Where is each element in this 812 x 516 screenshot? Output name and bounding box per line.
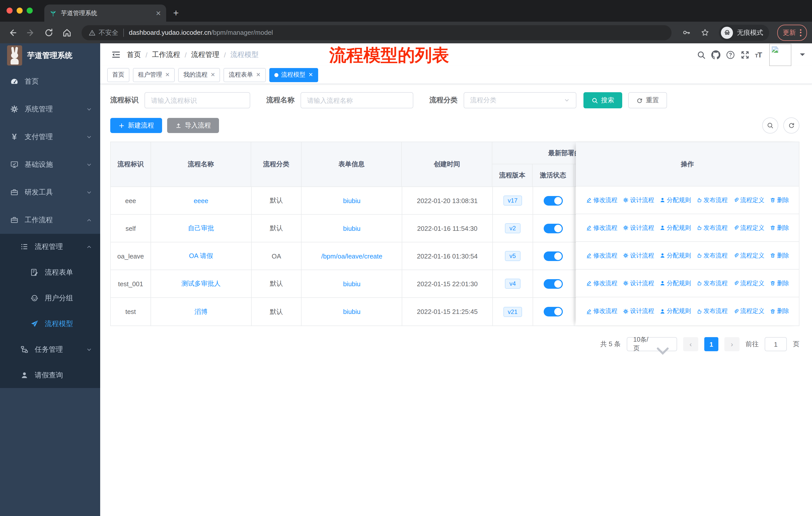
process-id-input[interactable]: [144, 92, 250, 108]
action-trash[interactable]: 删除: [770, 251, 789, 260]
action-edit[interactable]: 修改流程: [586, 251, 617, 260]
view-tag-流程模型[interactable]: 流程模型✕: [269, 68, 318, 82]
window-controls[interactable]: [6, 7, 33, 13]
collapse-sidebar-icon[interactable]: [111, 50, 121, 59]
action-publish[interactable]: 发布流程: [696, 251, 728, 260]
fullscreen-icon[interactable]: [740, 50, 749, 59]
sidebar-item-system[interactable]: 系统管理: [0, 95, 100, 123]
forward-icon[interactable]: [26, 27, 36, 37]
view-tag-首页[interactable]: 首页: [107, 68, 129, 82]
bookmark-star-icon[interactable]: [701, 28, 709, 37]
view-tag-流程表单[interactable]: 流程表单✕: [224, 68, 265, 82]
form-info-link[interactable]: biubiu: [343, 224, 360, 232]
avatar[interactable]: [769, 44, 791, 66]
action-publish[interactable]: 发布流程: [696, 223, 728, 232]
import-process-button[interactable]: 导入流程: [167, 118, 219, 133]
search-button[interactable]: 搜索: [583, 92, 622, 108]
process-name-input[interactable]: [300, 92, 413, 108]
action-definition-link[interactable]: 流程定义: [733, 196, 764, 204]
help-icon[interactable]: [726, 50, 735, 59]
active-toggle[interactable]: [544, 251, 563, 261]
back-icon[interactable]: [7, 27, 18, 37]
process-name-link[interactable]: eeee: [194, 197, 208, 204]
insecure-label[interactable]: 不安全: [99, 28, 118, 37]
action-definition-link[interactable]: 流程定义: [733, 307, 764, 316]
action-publish[interactable]: 发布流程: [696, 307, 728, 316]
active-toggle[interactable]: [544, 223, 563, 233]
breadcrumb-item[interactable]: 流程管理: [191, 50, 220, 59]
minimize-window-button[interactable]: [17, 7, 23, 13]
action-assign-user[interactable]: 分配规则: [659, 307, 691, 316]
active-toggle[interactable]: [544, 279, 563, 289]
active-toggle[interactable]: [544, 307, 563, 317]
sidebar-item-user-group[interactable]: 用户分组: [0, 285, 100, 311]
search-icon[interactable]: [696, 50, 705, 59]
reload-icon[interactable]: [44, 27, 54, 37]
sidebar-item-process-model[interactable]: 流程模型: [0, 311, 100, 336]
view-tag-租户管理[interactable]: 租户管理✕: [133, 68, 175, 82]
action-design-gear[interactable]: 设计流程: [622, 251, 654, 260]
process-name-link[interactable]: 自己审批: [188, 224, 214, 233]
menu-dots-icon[interactable]: [800, 29, 802, 36]
action-design-gear[interactable]: 设计流程: [622, 279, 654, 288]
breadcrumb-item[interactable]: 首页: [127, 50, 141, 59]
new-tab-button[interactable]: +: [173, 8, 179, 18]
sidebar-item-infra[interactable]: 基础设施: [0, 151, 100, 179]
action-publish[interactable]: 发布流程: [696, 279, 728, 288]
sidebar-item-process-mgmt[interactable]: 流程管理: [0, 234, 100, 260]
sidebar-item-workflow[interactable]: 工作流程: [0, 206, 100, 234]
key-icon[interactable]: [682, 28, 691, 37]
sidebar-item-task-mgmt[interactable]: 任务管理: [0, 336, 100, 362]
next-page-button[interactable]: ›: [724, 337, 740, 351]
sidebar-item-payment[interactable]: ¥支付管理: [0, 123, 100, 151]
action-design-gear[interactable]: 设计流程: [622, 307, 654, 316]
form-info-link[interactable]: biubiu: [343, 308, 360, 316]
action-design-gear[interactable]: 设计流程: [622, 196, 654, 204]
sidebar-item-process-form[interactable]: 流程表单: [0, 260, 100, 285]
process-name-link[interactable]: 滔博: [194, 307, 207, 316]
page-size-select[interactable]: 10条/页: [627, 337, 677, 351]
action-edit[interactable]: 修改流程: [586, 223, 617, 232]
update-label[interactable]: 更新: [783, 28, 796, 37]
app-logo[interactable]: 芋道管理系统: [0, 43, 100, 67]
form-info-link[interactable]: biubiu: [343, 197, 360, 204]
current-page-button[interactable]: 1: [704, 337, 718, 351]
process-name-link[interactable]: OA 请假: [189, 251, 213, 261]
view-tag-我的流程[interactable]: 我的流程✕: [178, 68, 220, 82]
form-info-link[interactable]: /bpm/oa/leave/create: [321, 252, 382, 260]
zoom-window-button[interactable]: [27, 7, 33, 13]
close-icon[interactable]: ✕: [256, 72, 261, 78]
action-definition-link[interactable]: 流程定义: [733, 251, 764, 260]
sidebar-item-home[interactable]: 首页: [0, 67, 100, 95]
breadcrumb-item[interactable]: 工作流程: [152, 50, 180, 59]
close-icon[interactable]: ✕: [210, 72, 215, 78]
chrome-update-button[interactable]: 更新: [777, 24, 807, 40]
process-name-link[interactable]: 测试多审批人: [181, 279, 221, 288]
caret-down-icon[interactable]: [800, 53, 805, 58]
action-publish[interactable]: 发布流程: [696, 196, 728, 204]
reset-button[interactable]: 重置: [628, 92, 667, 108]
action-trash[interactable]: 删除: [770, 223, 789, 232]
close-icon[interactable]: ✕: [308, 72, 313, 78]
github-icon[interactable]: [711, 50, 720, 59]
action-trash[interactable]: 删除: [770, 196, 789, 204]
sidebar-item-leave-query[interactable]: 请假查询: [0, 362, 100, 388]
action-assign-user[interactable]: 分配规则: [659, 279, 691, 288]
goto-page-input[interactable]: [765, 337, 787, 351]
home-icon[interactable]: [62, 27, 72, 37]
category-select[interactable]: 流程分类: [464, 92, 576, 108]
action-assign-user[interactable]: 分配规则: [659, 223, 691, 232]
close-window-button[interactable]: [6, 7, 12, 13]
prev-page-button[interactable]: ‹: [683, 337, 698, 351]
create-process-button[interactable]: 新建流程: [110, 118, 162, 133]
action-assign-user[interactable]: 分配规则: [659, 251, 691, 260]
address-bar[interactable]: 不安全 dashboard.yudao.iocoder.cn /bpm/mana…: [82, 25, 671, 40]
action-definition-link[interactable]: 流程定义: [733, 223, 764, 232]
active-toggle[interactable]: [544, 196, 563, 205]
action-definition-link[interactable]: 流程定义: [733, 279, 764, 288]
action-edit[interactable]: 修改流程: [586, 307, 617, 316]
font-size-icon[interactable]: TT: [755, 51, 762, 58]
action-trash[interactable]: 删除: [770, 307, 789, 316]
browser-tab[interactable]: 芋道管理系统 ✕: [44, 4, 166, 22]
form-info-link[interactable]: biubiu: [343, 280, 360, 288]
